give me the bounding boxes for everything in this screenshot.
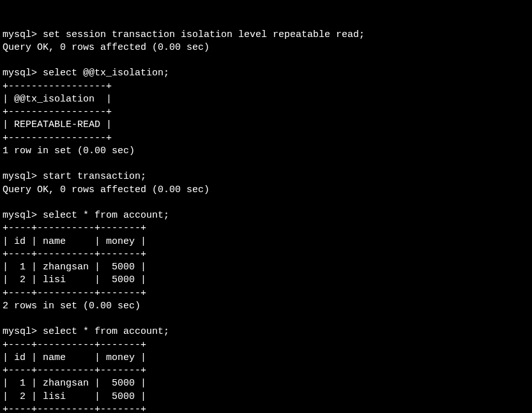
response-two-rows: 2 rows in set (0.00 sec) — [3, 301, 141, 312]
command-select-account[interactable]: select * from account; — [43, 210, 169, 221]
table-border: +----+----------+-------+ — [3, 340, 146, 350]
table-row: | REPEATABLE-READ | — [3, 119, 112, 130]
command-set-isolation[interactable]: set session transaction isolation level … — [43, 29, 365, 40]
table-border: +----+----------+-------+ — [3, 223, 146, 234]
command-select-account[interactable]: select * from account; — [43, 326, 169, 337]
table-header: | @@tx_isolation | — [3, 94, 112, 105]
prompt: mysql> — [3, 210, 37, 221]
response-query-ok: Query OK, 0 rows affected (0.00 sec) — [3, 42, 209, 53]
response-one-row: 1 row in set (0.00 sec) — [3, 146, 135, 156]
table-border: +----+----------+-------+ — [3, 404, 146, 413]
table-border: +-----------------+ — [3, 107, 112, 117]
prompt: mysql> — [3, 171, 37, 182]
table-row: | 2 | lisi | 5000 | — [3, 391, 146, 402]
table-row: | 1 | zhangsan | 5000 | — [3, 262, 146, 273]
table-border: +----+----------+-------+ — [3, 288, 146, 299]
table-header: | id | name | money | — [3, 352, 146, 363]
table-header: | id | name | money | — [3, 236, 146, 247]
prompt: mysql> — [3, 68, 37, 79]
command-start-transaction[interactable]: start transaction; — [43, 171, 146, 182]
table-border: +----+----------+-------+ — [3, 249, 146, 260]
table-row: | 1 | zhangsan | 5000 | — [3, 378, 146, 389]
table-border: +----+----------+-------+ — [3, 365, 146, 376]
command-select-isolation[interactable]: select @@tx_isolation; — [43, 68, 169, 79]
prompt: mysql> — [3, 29, 37, 40]
response-query-ok: Query OK, 0 rows affected (0.00 sec) — [3, 184, 209, 195]
table-row: | 2 | lisi | 5000 | — [3, 274, 146, 285]
prompt: mysql> — [3, 326, 37, 337]
table-border: +-----------------+ — [3, 133, 112, 144]
terminal-output: mysql> set session transaction isolation… — [3, 29, 365, 414]
table-border: +-----------------+ — [3, 81, 112, 92]
